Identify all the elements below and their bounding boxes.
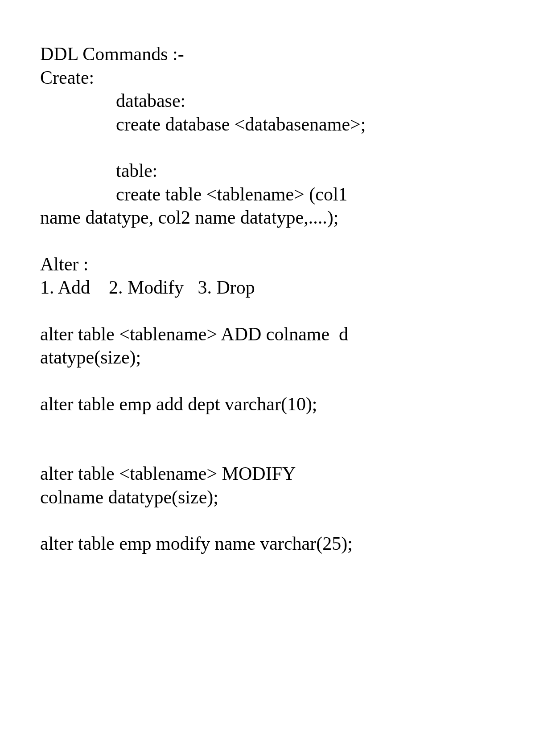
- blank-line: [40, 299, 495, 323]
- blank-line: [40, 229, 495, 253]
- heading-create: Create:: [40, 66, 495, 90]
- syntax-create-table-line1: create table <tablename> (col1: [40, 183, 495, 206]
- syntax-alter-modify-line1: alter table <tablename> MODIFY: [40, 462, 495, 486]
- alter-options: 1. Add 2. Modify 3. Drop: [40, 276, 495, 299]
- heading-alter: Alter :: [40, 253, 495, 276]
- label-table: table:: [40, 159, 495, 183]
- example-alter-modify: alter table emp modify name varchar(25);: [40, 532, 495, 556]
- heading-ddl: DDL Commands :-: [40, 42, 495, 66]
- syntax-create-database: create database <databasename>;: [40, 113, 495, 136]
- blank-line: [40, 509, 495, 532]
- blank-line: [40, 439, 495, 462]
- blank-line: [40, 416, 495, 439]
- syntax-alter-add-line1: alter table <tablename> ADD colname d: [40, 323, 495, 346]
- blank-line: [40, 136, 495, 159]
- document-page: DDL Commands :- Create: database: create…: [0, 0, 535, 756]
- example-alter-add: alter table emp add dept varchar(10);: [40, 392, 495, 416]
- label-database: database:: [40, 89, 495, 113]
- blank-line: [40, 369, 495, 392]
- syntax-alter-add-line2: atatype(size);: [40, 346, 495, 369]
- syntax-create-table-line2: name datatype, col2 name datatype,....);: [40, 206, 495, 229]
- syntax-alter-modify-line2: colname datatype(size);: [40, 486, 495, 509]
